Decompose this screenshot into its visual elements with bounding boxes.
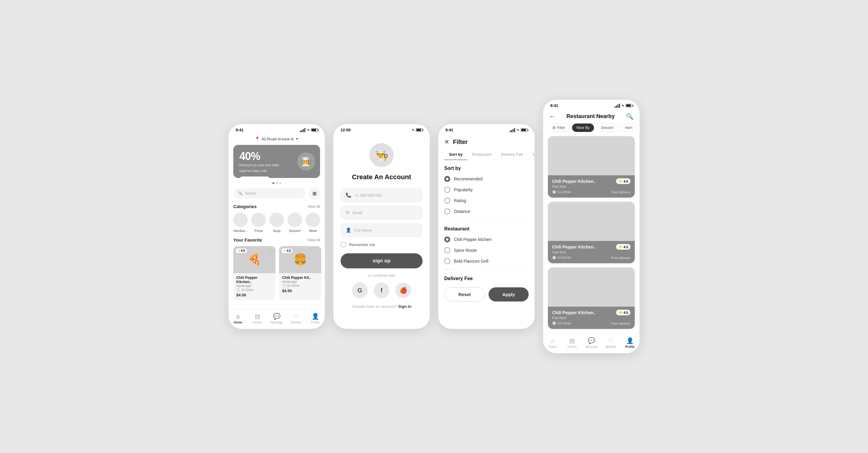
rest-card-2[interactable]: Chili Pepper Kitchen.. ⭐ 4.5 Fast food 🕐… xyxy=(548,202,635,263)
battery-icon-2 xyxy=(416,128,423,132)
sort-distance-label: Distance xyxy=(454,209,470,214)
back-button[interactable]: ← xyxy=(549,113,555,120)
rest-img-2 xyxy=(548,202,635,241)
restaurant-chili[interactable]: Chili Pepper kitchen xyxy=(444,236,529,242)
categories-row: Hambur... Pizza Soup Dessert xyxy=(233,213,320,232)
home-content: 📍 42,Road st-luna st ▼ 40% Discount on y… xyxy=(228,134,325,309)
nearby-search-icon[interactable]: 🔍 xyxy=(626,112,633,120)
rest-time-1: 🕐 10-15min xyxy=(552,190,571,194)
phone-create-account: 12:50 ∿ 👨‍🍳 Create An Account 📞 +1 000 0… xyxy=(333,124,430,329)
user-icon: 👤 xyxy=(346,227,351,233)
chef-hat-icon: 👨‍🍳 xyxy=(301,157,312,167)
wifi-icon-2: ∿ xyxy=(412,128,414,132)
location-pin-icon: 📍 xyxy=(255,136,260,141)
fav-card-1[interactable]: ★ 4.5 ♡ 🍕 Chili Pepper Kitchen.. Hamburg… xyxy=(233,246,276,300)
nav-home-4[interactable]: ⌂ Home xyxy=(545,337,560,349)
category-pizza[interactable]: Pizza xyxy=(251,213,266,232)
remember-checkbox[interactable] xyxy=(341,242,346,247)
apply-button[interactable]: Apply xyxy=(489,287,529,301)
phone-icon: 📞 xyxy=(346,192,351,198)
category-dessert[interactable]: Dessert xyxy=(287,213,302,232)
rest-rating-1: ⭐ 4.5 xyxy=(616,178,630,184)
home-icon-1: ⌂ xyxy=(236,313,240,320)
sort-distance[interactable]: Distance xyxy=(444,208,529,215)
nav-wishlist-4[interactable]: ♡ Wishlist xyxy=(603,337,618,349)
signin-text: Already have an account? Sign In xyxy=(352,304,411,309)
sort-recommended[interactable]: Recommended xyxy=(444,176,529,182)
nav-home-1[interactable]: ⌂ Home xyxy=(230,313,246,324)
restaurant-spice[interactable]: Spice Route xyxy=(444,247,529,253)
rest-info-1: Chili Pepper Kitchen.. ⭐ 4.5 Fast food 🕐… xyxy=(548,175,635,198)
signin-link[interactable]: Sign In xyxy=(398,304,411,309)
nav-orders-4[interactable]: ▤ Orders xyxy=(564,337,580,349)
category-hamburger[interactable]: Hambur... xyxy=(233,213,248,232)
restaurant-bold[interactable]: Bold Flavours Grill xyxy=(444,258,529,264)
sort-popularity[interactable]: Popularity xyxy=(444,187,529,193)
social-btn-apple[interactable]: 🍎 xyxy=(396,283,411,298)
rest-name-2: Chili Pepper Kitchen.. xyxy=(552,245,596,249)
signup-button[interactable]: sign up xyxy=(341,253,423,268)
radio-bold xyxy=(444,258,450,264)
favorites-header: Your Favorite View All xyxy=(233,237,320,242)
favorites-title: Your Favorite xyxy=(233,237,262,242)
status-icons-3: ∿ xyxy=(510,128,527,132)
signal-icon-3 xyxy=(510,128,515,132)
chip-dessert[interactable]: Dessert xyxy=(596,124,618,132)
fav-card-2[interactable]: ★ 4.5 🍔 Chili Pepper Kit.. Hamburger 🕐 1… xyxy=(279,246,321,300)
tab-sort-by[interactable]: Sort by xyxy=(444,149,467,160)
categories-viewall[interactable]: View All xyxy=(307,204,320,209)
rest-card-1[interactable]: Chili Pepper Kitchen.. ⭐ 4.5 Fast food 🕐… xyxy=(548,136,635,198)
chip-nearby[interactable]: Near By xyxy=(572,124,594,132)
nav-wishlist-1[interactable]: ♡ Wishlist xyxy=(288,313,304,324)
email-field[interactable]: ✉ Email xyxy=(341,206,423,220)
category-meat[interactable]: Meat xyxy=(306,213,320,232)
rest-type-1: Fast food xyxy=(552,185,630,188)
rest-delivery-3: Free delivery xyxy=(611,322,630,325)
fav-sub-2: Hamburger xyxy=(282,280,318,284)
order-now-button[interactable]: ORDER NOW xyxy=(239,176,270,178)
close-button[interactable]: ✕ xyxy=(444,138,450,145)
message-label-1: Message xyxy=(271,321,283,324)
email-icon: ✉ xyxy=(346,210,350,215)
social-btn-google[interactable]: G xyxy=(352,283,368,298)
radio-chili xyxy=(444,236,450,242)
create-title: Create An Account xyxy=(352,173,411,181)
sort-rating[interactable]: Rating xyxy=(444,198,529,204)
bottom-nav-1: ⌂ Home ▤ Orders 💬 Message ♡ Wishlist 👤 P… xyxy=(228,309,325,329)
chip-ham[interactable]: Ham xyxy=(620,124,637,132)
heart-icon-1[interactable]: ♡ xyxy=(269,249,273,253)
name-field[interactable]: 👤 Full Name xyxy=(341,223,423,237)
screen1-body: 📍 42,Road st-luna st ▼ 40% Discount on y… xyxy=(228,134,325,300)
search-box[interactable]: 🔍 Search xyxy=(233,188,306,198)
status-time-2: 12:50 xyxy=(341,128,350,132)
nav-profile-1[interactable]: 👤 Profile xyxy=(308,313,323,324)
nav-orders-1[interactable]: ▤ Orders xyxy=(250,313,265,324)
location-bar[interactable]: 📍 42,Road st-luna st ▼ xyxy=(233,134,320,145)
nav-message-1[interactable]: 💬 Message xyxy=(269,313,284,324)
nav-message-4[interactable]: 💬 Message xyxy=(584,337,599,349)
tab-restaurant[interactable]: Restaurant xyxy=(467,149,496,160)
restaurant-bold-label: Bold Flavours Grill xyxy=(454,259,488,263)
favorites-viewall[interactable]: View All xyxy=(307,238,320,242)
chip-filter[interactable]: ⊞ Filter xyxy=(548,124,569,132)
chip-ham-label: Ham xyxy=(625,126,632,130)
tab-delivery[interactable]: Deliv xyxy=(528,149,535,160)
filter-header: ✕ Filter xyxy=(438,134,535,145)
tab-delivery-fee[interactable]: Delivery Fee xyxy=(496,149,528,160)
food-illustration-1: 🍕 xyxy=(248,253,261,266)
wishlist-label-4: Wishlist xyxy=(606,345,616,349)
social-btn-facebook[interactable]: f xyxy=(374,283,390,298)
wishlist-icon-1: ♡ xyxy=(293,313,299,320)
nav-profile-4[interactable]: 👤 Profile xyxy=(622,337,638,349)
category-soup[interactable]: Soup xyxy=(270,213,284,232)
apple-icon: 🍎 xyxy=(400,287,407,294)
rest-card-3[interactable]: Chili Pepper Kitchen.. ⭐ 4.5 Fast food 🕐… xyxy=(548,267,635,329)
phone-field[interactable]: 📞 +1 000 000 000 xyxy=(341,188,423,202)
fav-img-1: ★ 4.5 ♡ 🍕 xyxy=(233,246,276,273)
filter-button[interactable]: ⊞ xyxy=(309,188,320,199)
chip-nearby-label: Near By xyxy=(577,126,590,130)
fav-meta-1: 🕐 10-15min xyxy=(236,288,273,292)
home-label-4: Home xyxy=(549,345,557,349)
phone-placeholder: +1 000 000 000 xyxy=(354,193,382,198)
reset-button[interactable]: Reset xyxy=(444,287,485,301)
